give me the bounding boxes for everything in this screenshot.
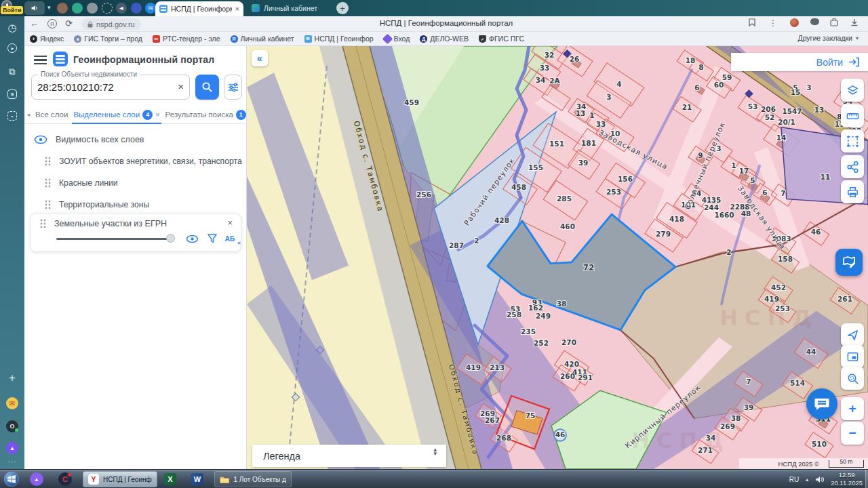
search-settings-button[interactable] [224, 75, 242, 100]
excel-taskbar-icon[interactable] [164, 473, 176, 485]
search-area-button[interactable] [841, 367, 864, 390]
back-icon[interactable]: ← [30, 18, 39, 28]
extension-icon[interactable] [810, 18, 819, 25]
layer-item-territorial-zones[interactable]: Территориальные зоны [24, 197, 247, 213]
tab-audio-button[interactable] [24, 1, 45, 15]
alice-taskbar-icon[interactable] [30, 472, 43, 486]
print-button[interactable] [841, 180, 864, 203]
layers-tool-button[interactable] [841, 79, 864, 102]
pinned-tab-avatar-icon[interactable] [57, 3, 68, 14]
volume-icon[interactable] [815, 476, 824, 483]
taskbar-browser-task[interactable]: НСПД | Геоинфо... [83, 471, 157, 487]
bookmark-flag-icon[interactable] [749, 18, 755, 26]
new-tab-button[interactable] [336, 2, 349, 14]
visibility-all-row[interactable]: Видимость всех слоев [24, 131, 247, 148]
documents-icon[interactable] [0, 65, 24, 77]
history-icon[interactable] [0, 22, 24, 34]
bookmark-lichny-kabinet[interactable]: Личный кабинет [231, 35, 294, 43]
bookmark-gis-torgi[interactable]: ГИС Торги – прод [74, 35, 142, 43]
opacity-slider-knob[interactable] [166, 234, 175, 243]
menu-dots-icon[interactable]: ⋮ [769, 18, 777, 28]
pinned-tab-dashed-icon[interactable] [102, 3, 113, 14]
drag-handle-icon[interactable] [45, 200, 51, 209]
zoom-in-button[interactable]: + [841, 397, 864, 420]
chevron-down-icon[interactable] [47, 4, 51, 11]
word-taskbar-icon[interactable] [191, 473, 203, 485]
pinned-tab-gray-icon[interactable] [87, 3, 98, 14]
browser-tab-inactive[interactable]: Личный кабинет [246, 0, 322, 16]
chat-button[interactable] [806, 388, 837, 420]
search-button[interactable] [195, 75, 219, 100]
alice-icon[interactable] [6, 442, 18, 454]
feedback-button[interactable] [835, 249, 863, 276]
language-indicator[interactable]: RU [789, 476, 799, 483]
taskbar-clock[interactable]: 12:59 20.11.2025 [831, 471, 863, 487]
browser-home-icon[interactable] [47, 19, 57, 28]
address-bar[interactable]: nspd.gov.ru [81, 18, 141, 30]
tab-counter-icon[interactable] [7, 89, 17, 99]
app-icon-c[interactable] [58, 472, 72, 486]
pinned-tab-blue-icon[interactable] [131, 3, 142, 14]
tab-search-results[interactable]: Результаты поиска 1 [163, 106, 256, 123]
taskbar-folder-task[interactable]: 1 Лот Объекты д... [214, 471, 292, 487]
login-bar[interactable]: Войти [731, 53, 868, 71]
map-viewport[interactable]: НСПД НСПД 4592562874284602322633342А4334… [247, 46, 868, 469]
close-icon[interactable] [227, 218, 233, 228]
legend-expand-icon[interactable] [433, 447, 437, 455]
add-panel-icon[interactable] [0, 371, 24, 385]
bookmark-nspd[interactable]: НСПД | Геоинфор [304, 35, 374, 43]
bookmark-vhod[interactable]: Вход [384, 35, 410, 43]
share-button[interactable] [841, 155, 864, 178]
profile-avatar[interactable] [790, 18, 799, 27]
messenger-icon[interactable] [6, 420, 18, 432]
legend-bar[interactable]: Легенда [252, 445, 446, 467]
tab-selected-layers[interactable]: Выделенные слои 4 [71, 106, 162, 123]
show-desktop-button[interactable] [865, 470, 868, 488]
tab-all-layers[interactable]: Все слои [33, 106, 71, 123]
measure-tool-button[interactable] [841, 104, 864, 127]
close-icon[interactable] [155, 110, 159, 119]
drag-handle-icon[interactable] [45, 178, 51, 188]
refresh-icon[interactable]: ⟳ [65, 18, 73, 28]
pinned-tab-green-icon[interactable] [72, 3, 83, 14]
overview-map-button[interactable] [841, 345, 864, 368]
pinned-tab-audio-icon[interactable]: ◄ [116, 3, 127, 14]
layer-visibility-button[interactable] [185, 232, 199, 245]
select-area-tool-button[interactable] [841, 129, 864, 152]
bookmark-fgis-pgs[interactable]: ФГИС ПГС [479, 35, 524, 43]
browser-tab-active[interactable]: НСПД | Геоинформаци [155, 1, 243, 16]
map-canvas[interactable]: НСПД НСПД 4592562874284602322633342А4334… [247, 46, 868, 469]
voice-login-badge[interactable]: Войти [1, 6, 23, 14]
clear-search-icon[interactable] [178, 81, 184, 92]
mail-icon[interactable] [6, 397, 18, 409]
bookmark-delo-web[interactable]: ДЕЛО-WEB [420, 35, 469, 43]
tray-expand-icon[interactable] [806, 476, 808, 483]
zoom-out-button[interactable]: − [841, 422, 864, 445]
portal-logo[interactable] [53, 52, 68, 66]
drag-handle-icon[interactable] [45, 157, 51, 166]
collapse-panel-button[interactable] [252, 50, 268, 66]
other-bookmarks-button[interactable]: Другие закладки [798, 34, 859, 42]
search-field[interactable]: Поиск Объекты недвижимости [31, 75, 190, 100]
downloads-icon[interactable] [850, 18, 859, 26]
more-icon[interactable] [0, 458, 24, 466]
layer-filter-button[interactable] [205, 232, 219, 245]
layer-labels-toggle[interactable] [223, 232, 237, 245]
layer-item-red-lines[interactable]: Красные линии [24, 175, 247, 191]
bookmark-yandex[interactable]: Яндекс [30, 35, 64, 43]
locate-me-button[interactable] [841, 323, 864, 346]
close-icon[interactable] [235, 5, 239, 13]
media-icon[interactable] [7, 43, 17, 53]
tabs-scroll-left-icon[interactable] [24, 111, 33, 118]
opacity-slider[interactable] [56, 238, 172, 240]
layer-card-egrn[interactable]: Земельные участки из ЕГРН [30, 213, 241, 252]
start-button[interactable] [4, 472, 19, 487]
hamburger-menu-icon[interactable] [34, 56, 47, 64]
collections-icon[interactable] [830, 18, 838, 26]
pinned-tab-mail-icon[interactable]: ✉ [145, 3, 156, 14]
layer-item-zouit[interactable]: ЗОУИТ объектов энергетики, связи, трансп… [24, 153, 247, 169]
screenshot-icon[interactable] [7, 111, 17, 121]
search-input[interactable] [37, 77, 166, 97]
bookmark-rts[interactable]: РТС-тендер - эле [153, 35, 220, 43]
drag-handle-icon[interactable] [40, 219, 46, 228]
